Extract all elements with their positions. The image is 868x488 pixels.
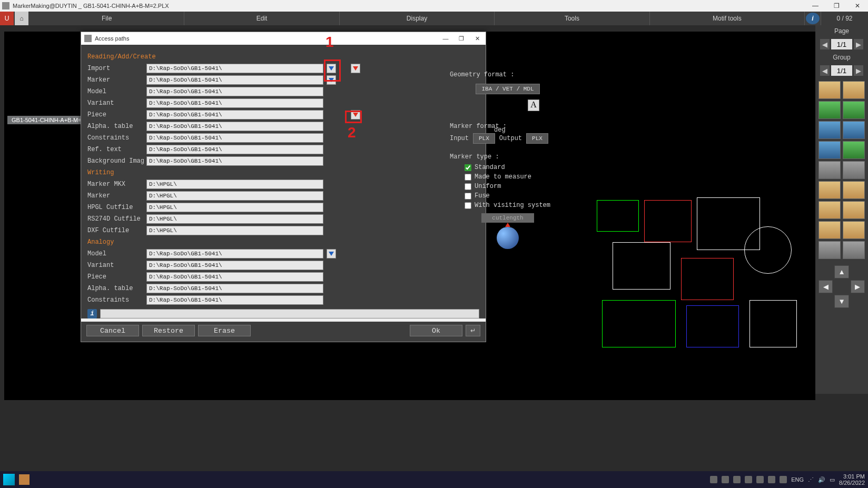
tray-wifi-icon[interactable]: ⋰ xyxy=(808,476,814,483)
globe-icon[interactable] xyxy=(497,227,519,249)
menu-display[interactable]: Display xyxy=(340,12,495,25)
dropdown-import[interactable] xyxy=(327,64,336,73)
chk-made-to-measure[interactable] xyxy=(465,174,471,181)
tray-icon-2[interactable] xyxy=(722,476,729,483)
input-rs274d[interactable] xyxy=(146,214,323,224)
enter-icon[interactable]: ↵ xyxy=(466,325,480,336)
input-dxf[interactable] xyxy=(146,226,323,235)
restore-button[interactable]: Restore xyxy=(142,325,195,336)
start-button[interactable] xyxy=(3,474,15,485)
window-maximize[interactable]: ❐ xyxy=(826,0,847,12)
tool-12[interactable] xyxy=(843,181,865,199)
input-alpha-table[interactable] xyxy=(146,122,323,131)
tray-icon-7[interactable] xyxy=(780,476,787,483)
tray-clock[interactable]: 3:01 PM 8/26/2022 xyxy=(839,473,865,486)
input-piece[interactable] xyxy=(146,110,323,119)
nav-up[interactable]: ▲ xyxy=(834,265,849,278)
output-plx-button[interactable]: PLX xyxy=(526,133,548,144)
input-a-constraints[interactable] xyxy=(146,295,323,305)
nav-left[interactable]: ◀ xyxy=(818,280,833,293)
marker-tab-label[interactable]: GB1-5041-CHINH-A+B-M=2 xyxy=(7,116,89,124)
taskbar-app-1[interactable] xyxy=(19,474,29,485)
window-minimize[interactable]: — xyxy=(805,0,826,12)
input-a-alpha[interactable] xyxy=(146,284,323,293)
tool-15[interactable] xyxy=(818,221,841,239)
tool-9[interactable] xyxy=(818,161,841,179)
tray-icon-5[interactable] xyxy=(756,476,764,483)
chk-uniform[interactable] xyxy=(465,183,471,190)
tool-2[interactable] xyxy=(843,81,865,99)
group-prev[interactable]: ◀ xyxy=(820,65,830,76)
menu-edit[interactable]: Edit xyxy=(184,12,339,25)
tool-18[interactable] xyxy=(843,241,865,259)
menu-motif-tools[interactable]: Motif tools xyxy=(650,12,805,25)
tool-1[interactable] xyxy=(818,81,841,99)
input-import[interactable] xyxy=(146,64,323,73)
menu-info-icon[interactable]: i xyxy=(806,13,820,24)
input-a-model[interactable] xyxy=(146,249,323,258)
tray-icon-1[interactable] xyxy=(710,476,717,483)
dialog-info-icon[interactable]: i xyxy=(87,309,97,318)
dialog-maximize[interactable]: ❐ xyxy=(456,35,467,42)
tool-6[interactable] xyxy=(843,121,865,139)
erase-button[interactable]: Erase xyxy=(198,325,251,336)
tool-13[interactable] xyxy=(818,201,841,219)
tool-8[interactable] xyxy=(843,141,865,159)
group-value[interactable] xyxy=(831,65,852,76)
tray-sound-icon[interactable]: 🔊 xyxy=(818,476,825,483)
group-next[interactable]: ▶ xyxy=(854,65,863,76)
tool-11[interactable] xyxy=(818,181,841,199)
dropdown-a-model[interactable] xyxy=(327,249,336,258)
window-close[interactable]: ✕ xyxy=(847,0,868,12)
page-prev[interactable]: ◀ xyxy=(820,39,830,49)
tray-icon-3[interactable] xyxy=(733,476,741,483)
tool-14[interactable] xyxy=(843,201,865,219)
tool-10[interactable] xyxy=(843,161,865,179)
dropdown-import-2[interactable] xyxy=(351,64,360,73)
tool-4[interactable] xyxy=(843,101,865,119)
tool-16[interactable] xyxy=(843,221,865,239)
input-bg-image[interactable] xyxy=(146,156,323,166)
input-marker-mkx[interactable] xyxy=(146,180,323,189)
font-a-icon[interactable]: A xyxy=(528,99,539,111)
dropdown-piece-2[interactable] xyxy=(351,110,360,119)
tray-icon-4[interactable] xyxy=(745,476,752,483)
tool-zoom-icon[interactable] xyxy=(818,141,841,159)
tool-17[interactable] xyxy=(818,241,841,259)
input-ref-text[interactable] xyxy=(146,145,323,154)
dialog-close[interactable]: ✕ xyxy=(472,35,482,42)
page-value[interactable] xyxy=(831,39,852,49)
input-a-piece[interactable] xyxy=(146,272,323,282)
dropdown-marker[interactable] xyxy=(327,75,336,85)
tool-3[interactable] xyxy=(818,101,841,119)
app-logo-1[interactable]: U xyxy=(0,12,14,25)
input-model[interactable] xyxy=(146,87,323,96)
tray-icon-6[interactable] xyxy=(768,476,775,483)
dialog-minimize[interactable]: — xyxy=(440,35,451,42)
input-hpgl[interactable] xyxy=(146,203,323,212)
input-plx-button[interactable]: PLX xyxy=(473,133,495,144)
cancel-button[interactable]: Cancel xyxy=(86,325,139,336)
chk-fuse[interactable] xyxy=(465,193,471,200)
input-constraints[interactable] xyxy=(146,133,323,143)
tray-language[interactable]: ENG xyxy=(791,476,804,483)
menu-file[interactable]: File xyxy=(29,12,184,25)
chk-standard[interactable] xyxy=(465,164,471,171)
page-next[interactable]: ▶ xyxy=(854,39,863,49)
dialog-info-input[interactable] xyxy=(100,309,479,318)
tool-5[interactable] xyxy=(818,121,841,139)
chk-visiting[interactable] xyxy=(465,202,471,209)
cutlength-button[interactable]: cutlength xyxy=(481,213,534,223)
nav-right[interactable]: ▶ xyxy=(851,280,865,293)
geometry-format-button[interactable]: IBA / VET / MDL xyxy=(476,84,539,94)
input-variant[interactable] xyxy=(146,98,323,108)
ok-button[interactable]: Ok xyxy=(410,325,462,336)
menu-tools[interactable]: Tools xyxy=(495,12,649,25)
input-marker[interactable] xyxy=(146,75,323,85)
input-a-variant[interactable] xyxy=(146,261,323,270)
dialog-titlebar[interactable]: Access paths — ❐ ✕ xyxy=(81,32,486,45)
input-w-marker[interactable] xyxy=(146,191,323,201)
windows-taskbar[interactable]: ENG ⋰ 🔊 ▭ 3:01 PM 8/26/2022 xyxy=(0,471,868,488)
tray-battery-icon[interactable]: ▭ xyxy=(830,476,835,483)
app-logo-2[interactable]: ⌂ xyxy=(15,12,28,25)
